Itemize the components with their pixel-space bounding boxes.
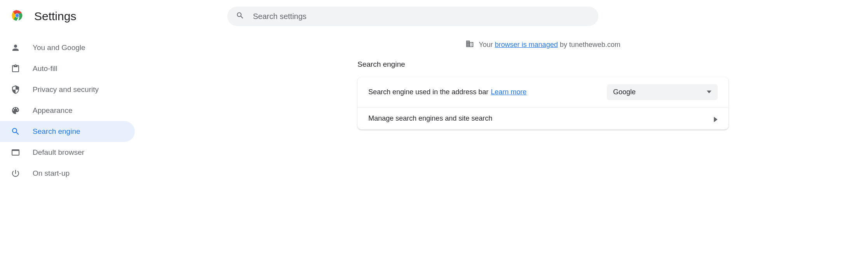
building-icon — [465, 40, 474, 50]
sidebar-item-label: Privacy and security — [33, 85, 99, 94]
search-icon — [11, 127, 20, 136]
sidebar-item-autofill[interactable]: Auto-fill — [0, 58, 135, 79]
dropdown-value: Google — [613, 88, 636, 96]
settings-sidebar: You and Google Auto-fill Privacy and sec… — [0, 33, 138, 184]
sidebar-item-label: Auto-fill — [33, 64, 57, 73]
page-title: Settings — [34, 10, 76, 23]
chevron-down-icon — [707, 88, 711, 96]
sidebar-item-label: Default browser — [33, 148, 84, 157]
sidebar-item-appearance[interactable]: Appearance — [0, 100, 135, 121]
power-icon — [11, 169, 20, 178]
svg-point-6 — [16, 14, 19, 17]
search-input[interactable] — [253, 12, 590, 21]
sidebar-item-you-and-google[interactable]: You and Google — [0, 37, 135, 58]
row-label: Manage search engines and site search — [368, 114, 492, 123]
palette-icon — [11, 106, 20, 115]
learn-more-link[interactable]: Learn more — [491, 88, 526, 96]
browser-managed-link[interactable]: browser is managed — [495, 41, 558, 48]
search-engine-card: Search engine used in the address bar Le… — [357, 77, 729, 130]
sidebar-item-label: On start-up — [33, 169, 70, 178]
search-icon — [236, 11, 244, 21]
clipboard-icon — [11, 64, 20, 73]
row-label: Search engine used in the address bar — [368, 88, 488, 96]
chevron-right-icon — [714, 116, 718, 121]
sidebar-item-search-engine[interactable]: Search engine — [0, 121, 135, 142]
chrome-logo-icon — [11, 9, 23, 23]
person-icon — [11, 43, 20, 52]
sidebar-item-label: Search engine — [33, 127, 80, 136]
managed-banner: Your browser is managed by tunetheweb.co… — [357, 33, 729, 57]
search-engine-row: Search engine used in the address bar Le… — [357, 77, 729, 107]
search-settings-bar[interactable] — [227, 7, 598, 26]
managed-text: Your browser is managed by tunetheweb.co… — [479, 41, 620, 49]
sidebar-item-label: Appearance — [33, 106, 72, 115]
manage-search-engines-row[interactable]: Manage search engines and site search — [357, 107, 729, 130]
browser-icon — [11, 148, 20, 157]
section-title: Search engine — [357, 60, 729, 69]
shield-icon — [11, 85, 20, 94]
search-engine-dropdown[interactable]: Google — [607, 84, 718, 100]
sidebar-item-default-browser[interactable]: Default browser — [0, 142, 135, 163]
sidebar-item-on-startup[interactable]: On start-up — [0, 163, 135, 184]
sidebar-item-privacy[interactable]: Privacy and security — [0, 79, 135, 100]
settings-header: Settings — [0, 0, 138, 33]
sidebar-item-label: You and Google — [33, 43, 85, 52]
